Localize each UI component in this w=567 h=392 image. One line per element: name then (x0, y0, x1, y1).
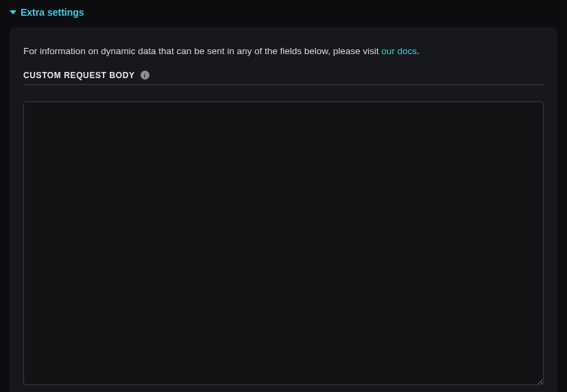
info-prefix: For information on dynamic data that can… (23, 46, 381, 56)
extra-settings-panel: For information on dynamic data that can… (10, 27, 557, 392)
extra-settings-toggle[interactable]: Extra settings (0, 0, 567, 23)
info-text: For information on dynamic data that can… (23, 45, 544, 58)
custom-request-body-input[interactable] (23, 101, 544, 385)
field-label-row: CUSTOM REQUEST BODY i (23, 71, 544, 85)
caret-down-icon (10, 9, 16, 16)
field-label: CUSTOM REQUEST BODY (23, 71, 135, 80)
textarea-wrap (23, 101, 544, 388)
docs-link[interactable]: our docs (381, 46, 417, 56)
info-icon[interactable]: i (141, 71, 149, 79)
section-title: Extra settings (21, 7, 84, 18)
custom-request-body-field: CUSTOM REQUEST BODY i (23, 71, 544, 388)
info-suffix: . (417, 46, 420, 56)
